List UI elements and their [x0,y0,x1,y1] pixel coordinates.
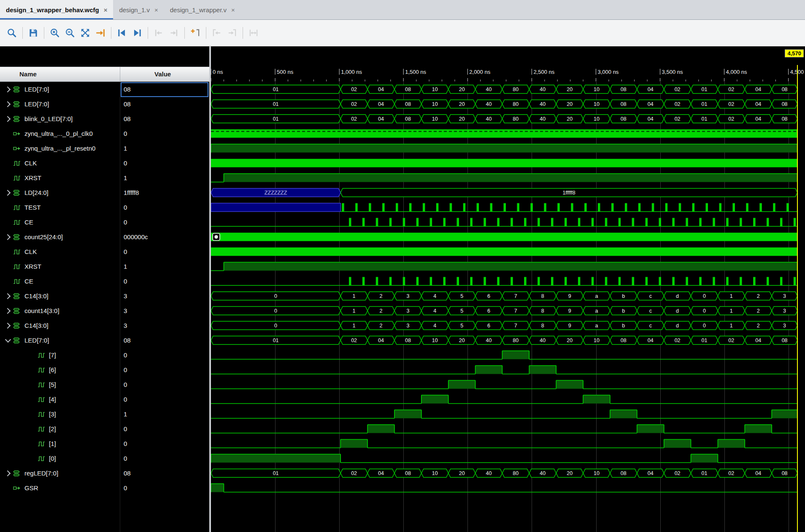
go-to-time-0-icon[interactable] [114,25,130,41]
signal-row[interactable]: [3]1 [0,407,209,421]
signal-row[interactable]: count14[3:0]3 [0,303,209,318]
waveform-row[interactable] [211,170,805,185]
signal-row[interactable]: zynq_ultra_..._pl_resetn01 [0,141,209,156]
close-tab-icon[interactable]: × [154,7,158,13]
signal-value: 0 [124,381,127,388]
close-tab-icon[interactable]: × [104,7,108,13]
waveform-row[interactable] [211,244,805,259]
signal-row[interactable]: LED[7:0]08 [0,333,209,348]
waveform-row[interactable] [211,436,805,451]
signal-row[interactable]: count25[24:0]000000c [0,230,209,244]
svg-text:04: 04 [378,116,384,122]
signal-row[interactable]: zynq_ultra_..._0_pl_clk00 [0,126,209,141]
waveform-row[interactable] [211,451,805,466]
waveform-row[interactable]: 010204081020408040201008040201020408 [211,111,805,126]
svg-text:04: 04 [755,338,761,343]
signal-row[interactable]: [1]0 [0,436,209,451]
cursor-line[interactable] [797,65,798,532]
signal-row[interactable]: regLED[7:0]08 [0,466,209,481]
signal-row[interactable]: GSR0 [0,481,209,495]
signal-row[interactable]: [4]0 [0,392,209,407]
waveform-row[interactable] [211,215,805,230]
zoom-to-cursor-icon[interactable] [93,25,108,41]
waveform-row[interactable]: 0123456789abcd0123 [211,303,805,318]
cursor-time-label[interactable]: 4,570 [785,49,804,57]
svg-text:a: a [595,293,598,299]
save-waveform-icon[interactable] [26,25,41,41]
collapse-arrow-icon[interactable] [3,339,13,342]
signal-row[interactable]: [5]0 [0,377,209,392]
tab-design-1-wrapper-behav-wcfg[interactable]: design_1_wrapper_behav.wcfg× [0,0,113,19]
zoom-out-icon[interactable] [62,25,78,41]
expand-arrow-icon[interactable] [3,471,13,475]
waveform-row[interactable] [211,392,805,407]
signal-row[interactable]: LED[7:0]08 [0,97,209,111]
waveform-row[interactable] [211,156,805,170]
waveform-row[interactable] [211,407,805,421]
close-tab-icon[interactable]: × [231,7,235,13]
signal-row[interactable]: XRST1 [0,170,209,185]
waveform-row[interactable] [211,362,805,377]
waveform-row[interactable]: 0123456789abcd0123 [211,289,805,303]
waveform-row[interactable]: 010204081020408040201008040201020408 [211,97,805,111]
signal-row[interactable]: CE0 [0,215,209,230]
waveform-row[interactable]: 010204081020408040201008040201020408 [211,82,805,97]
waveform-row[interactable]: 0123456789abcd0123 [211,318,805,333]
waveform-row[interactable] [211,141,805,156]
waveform-row[interactable]: ZZZZZZZ1fffff8 [211,185,805,200]
go-to-last-time-icon[interactable] [130,25,145,41]
svg-text:02: 02 [351,338,357,343]
signal-row[interactable]: [0]0 [0,451,209,466]
find-icon[interactable] [4,25,19,41]
expand-arrow-icon[interactable] [3,117,13,121]
waveform-row[interactable] [211,230,805,244]
chevron-right-icon [5,86,11,92]
signal-row[interactable]: [6]0 [0,362,209,377]
svg-text:02: 02 [675,116,681,122]
waveform-row[interactable] [211,200,805,215]
tab-design-1-wrapper-v[interactable]: design_1_wrapper.v× [164,0,241,19]
tab-design-1-v[interactable]: design_1.v× [113,0,164,19]
add-marker-icon[interactable] [188,25,203,41]
signal-row[interactable]: LED[7:0]08 [0,82,209,97]
signal-row[interactable]: XRST1 [0,259,209,274]
zoom-fit-icon[interactable] [78,25,93,41]
expand-arrow-icon[interactable] [3,102,13,106]
waveform-row[interactable] [211,126,805,141]
expand-arrow-icon[interactable] [3,324,13,328]
svg-text:20: 20 [567,338,573,343]
waveform-row[interactable] [211,348,805,362]
signal-name: C14[3:0] [24,322,49,329]
svg-text:08: 08 [782,116,788,122]
signal-row[interactable]: TEST0 [0,200,209,215]
expand-arrow-icon[interactable] [3,87,13,92]
zoom-in-icon[interactable] [47,25,62,41]
signal-name: LED[7:0] [24,100,49,108]
signal-row[interactable]: [2]0 [0,421,209,436]
signal-row[interactable]: C14[3:0]3 [0,289,209,303]
signal-row[interactable]: C14[3:0]3 [0,318,209,333]
toolbar-separator [206,27,206,39]
waveform-row[interactable]: 010204081020408040201008040201020408 [211,333,805,348]
expand-arrow-icon[interactable] [3,309,13,313]
waveform-row[interactable] [211,259,805,274]
signal-row[interactable]: LD[24:0]1fffff8 [0,185,209,200]
signal-row[interactable]: CE0 [0,274,209,289]
expand-arrow-icon[interactable] [3,191,13,195]
expand-arrow-icon[interactable] [3,235,13,239]
waveform-row[interactable]: 010204081020408040201008040201020408 [211,466,805,481]
name-column-header[interactable]: Name [19,70,37,78]
signal-value: 08 [124,115,131,122]
signal-row[interactable]: [7]0 [0,348,209,362]
signal-row[interactable]: blink_0_LED[7:0]08 [0,111,209,126]
signal-row[interactable]: CLK0 [0,244,209,259]
value-column-header[interactable]: Value [154,70,171,78]
signal-row[interactable]: CLK0 [0,156,209,170]
waveform-row[interactable] [211,377,805,392]
waveform-row[interactable] [211,274,805,289]
waveform-row[interactable] [211,421,805,436]
time-ruler[interactable]: 0 ns500 ns1,000 ns1,500 ns2,000 ns2,500 … [211,67,805,82]
expand-arrow-icon[interactable] [3,294,13,298]
bus-wave-icon [13,470,21,477]
waveform-row[interactable] [211,481,805,495]
